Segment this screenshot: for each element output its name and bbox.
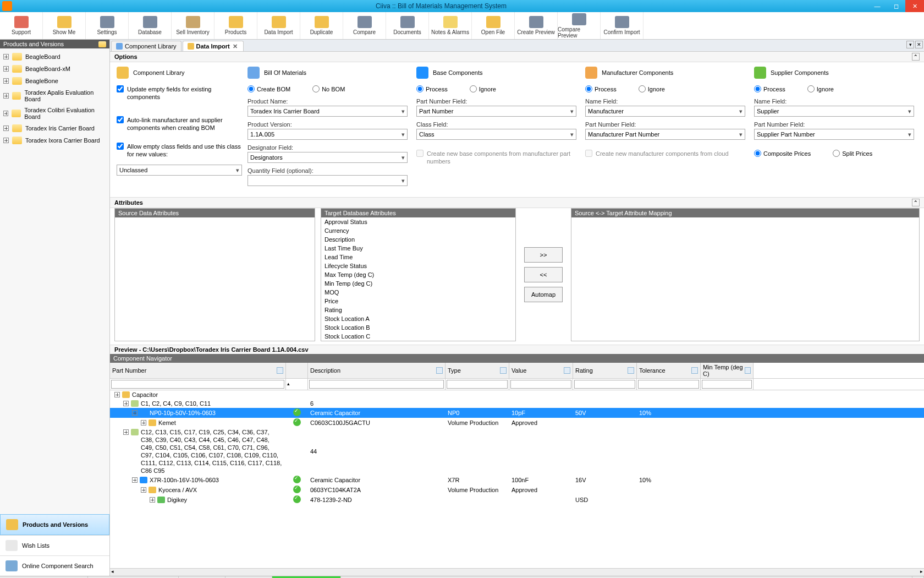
mfr-partnumber-select[interactable]: Manufacturer Part Number [585,129,745,140]
column-filter-input[interactable] [510,380,571,389]
target-attribute-item[interactable]: Approval Status [321,217,515,226]
base-process-radio[interactable]: Process [416,85,448,92]
mfr-process-radio[interactable]: Process [585,85,617,92]
filter-icon[interactable] [500,367,507,374]
designator-field-select[interactable]: Designators [248,152,408,163]
database-button[interactable]: Database [129,12,172,39]
horizontal-scrollbar[interactable] [110,568,924,576]
default-class-select[interactable]: Unclassed [117,165,242,176]
column-header[interactable]: Type [446,363,509,378]
filter-icon[interactable] [628,367,634,374]
compare-button[interactable]: Compare [343,12,386,39]
tree-item[interactable]: BeagleBone [0,75,109,87]
tab-close-all-icon[interactable]: ✕ [915,41,923,48]
target-attribute-item[interactable]: Price [321,297,515,306]
target-attribute-item[interactable]: Currency [321,226,515,235]
create-base-from-mfr-checkbox[interactable] [416,150,424,157]
sup-process-radio[interactable]: Process [754,85,785,92]
filter-icon[interactable] [691,367,698,374]
comparepreview-button[interactable]: Compare Preview [558,12,601,39]
support-button[interactable]: Support [0,12,43,39]
allow-empty-class-checkbox[interactable] [117,143,124,150]
notes-button[interactable]: Notes & Alarms [429,12,472,39]
close-button[interactable]: ✕ [905,0,924,12]
tab-close-icon[interactable]: ✕ [232,43,239,50]
base-class-select[interactable]: Class [416,129,576,140]
settings-button[interactable]: Settings [86,12,129,39]
column-filter-input[interactable] [447,380,508,389]
split-prices-radio[interactable]: Split Prices [833,150,872,157]
showme-button[interactable]: Show Me [43,12,86,39]
column-header[interactable]: Description [308,363,446,378]
openfile-button[interactable]: Open File [472,12,515,39]
tree-item-row[interactable]: X7R-100n-16V-10%-0603Ceramic CapacitorX7… [110,475,924,485]
tree-item[interactable]: Toradex Apalis Evaluation Board [0,87,109,105]
column-filter-input[interactable] [702,380,752,389]
base-ignore-radio[interactable]: Ignore [470,85,496,92]
options-collapse-button[interactable]: ⌃ [912,53,920,61]
no-bom-radio[interactable]: No BOM [312,85,345,92]
target-attribute-item[interactable]: Lead Time [321,253,515,261]
column-header[interactable]: Rating [573,363,637,378]
tree-group-row[interactable]: Capacitor [110,390,924,399]
maximize-button[interactable]: ◻ [887,0,905,12]
expand-icon[interactable] [3,126,9,131]
tree-item[interactable]: Toradex Ixora Carrier Board [0,134,109,146]
target-attribute-item[interactable]: Min Temp (deg C) [321,279,515,288]
update-empty-checkbox[interactable] [117,85,124,92]
mapping-list[interactable] [571,217,919,341]
confirmimport-button[interactable]: Confirm Import [601,12,644,39]
mfr-name-select[interactable]: Manufacturer [585,106,745,117]
column-header[interactable]: Min Temp (deg C) [701,363,754,378]
tab-dimport[interactable]: Data Import✕ [183,41,244,51]
tree-item[interactable]: Toradex Iris Carrier Board [0,122,109,134]
column-header[interactable]: Tolerance [637,363,701,378]
tab-complib[interactable]: Component Library [111,41,182,51]
automap-button[interactable]: Automap [524,287,563,302]
expand-icon[interactable] [3,78,9,84]
quantity-field-select[interactable] [248,175,408,186]
tree-item-row[interactable]: NP0-10p-50V-10%-0603Ceramic CapacitorNP0… [110,408,924,418]
target-attribute-item[interactable]: Rating [321,306,515,314]
expand-icon[interactable] [3,93,9,99]
target-attributes-list[interactable]: Approval StatusCurrencyDescriptionLast T… [321,217,515,341]
create-bom-radio[interactable]: Create BOM [248,85,290,92]
expand-icon[interactable] [150,497,155,503]
column-filter-input[interactable] [574,380,635,389]
filter-icon[interactable] [277,367,283,374]
target-attribute-item[interactable]: Stock Location B [321,323,515,332]
target-attribute-item[interactable]: Description [321,235,515,244]
expand-icon[interactable] [3,111,8,116]
expand-icon[interactable] [3,54,9,59]
target-attribute-item[interactable]: Stock Location A [321,314,515,323]
tree-group-row[interactable]: C1, C2, C4, C9, C10, C116 [110,399,924,408]
sellinv-button[interactable]: Sell Inventory [172,12,215,39]
composite-prices-radio[interactable]: Composite Prices [754,150,811,157]
minimize-button[interactable]: — [868,0,887,12]
map-forward-button[interactable]: >> [524,247,563,263]
target-attribute-item[interactable]: Last Time Buy [321,244,515,253]
tree-item-row[interactable]: Digikey478-1239-2-NDUSD [110,495,924,505]
tree-item[interactable]: BeagleBoard [0,51,109,63]
target-attribute-item[interactable]: Lifecycle Status [321,261,515,270]
sort-icon[interactable]: ▴ [287,381,290,386]
products-button[interactable]: Products [215,12,257,39]
sup-ignore-radio[interactable]: Ignore [807,85,834,92]
expand-icon[interactable] [141,487,146,493]
documents-button[interactable]: Documents [386,12,429,39]
filter-icon[interactable] [436,367,443,374]
product-version-select[interactable]: 1.1A.005 [248,129,408,140]
column-header[interactable]: Part Number [110,363,286,378]
base-partnumber-select[interactable]: Part Number [416,106,576,117]
duplicate-button[interactable]: Duplicate [300,12,343,39]
expand-icon[interactable] [123,401,129,406]
column-header[interactable]: Value [509,363,573,378]
mfr-ignore-radio[interactable]: Ignore [639,85,665,92]
autolink-checkbox[interactable] [117,116,124,123]
column-filter-input[interactable] [111,380,284,389]
expand-icon[interactable] [141,420,146,426]
expand-icon[interactable] [3,66,9,72]
nav-wl[interactable]: Wish Lists [0,535,109,555]
target-attribute-item[interactable]: Stock Location C [321,332,515,341]
source-attributes-list[interactable] [115,217,315,341]
